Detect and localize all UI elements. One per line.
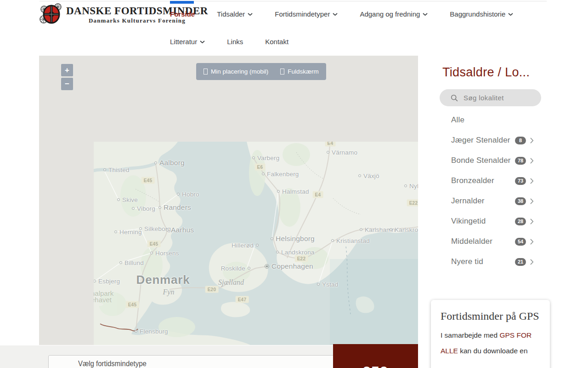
count-box: 259 <box>333 344 418 368</box>
city-name: Helsingborg <box>276 235 315 243</box>
map-label-kristianstad: Kristianstad <box>331 236 370 245</box>
page: DANSKE FORTIDSMINDER Danmarks Kulturarvs… <box>0 0 588 368</box>
city-marker <box>158 206 161 209</box>
nav-item-label: Forside <box>170 10 195 18</box>
city-name: Landskrona <box>281 249 315 256</box>
nav-item-label: Fortidsmindetyper <box>275 10 330 18</box>
city-marker <box>265 264 269 269</box>
city-marker <box>277 190 280 193</box>
city-name: Randers <box>164 203 191 212</box>
era-item-label: Bronzealder <box>451 176 515 185</box>
chevron-right-icon[interactable] <box>530 218 534 224</box>
city-marker <box>327 151 329 154</box>
city-marker <box>358 174 361 177</box>
city-name: Falkenberg <box>267 171 299 178</box>
sidebar-title: Tidsaldre / Lo... <box>442 65 530 80</box>
chevron-down-icon <box>333 13 338 16</box>
map-label-aarhus: Aarhus <box>166 225 194 235</box>
city-name: Herning <box>119 229 142 236</box>
map-label-hobro: Hobro <box>177 190 199 199</box>
fullscreen-label: Fuldskærm <box>288 68 319 75</box>
era-item-alle[interactable]: Alle <box>451 110 534 130</box>
map-label-billund: Billund <box>119 258 144 267</box>
map-label-hiller-d: Hillerød <box>232 241 259 250</box>
city-name: Copenhagen <box>271 262 313 270</box>
city-marker <box>252 156 255 159</box>
locality-search[interactable] <box>440 89 541 106</box>
map-label-karlskrona: Karlskrona <box>390 225 418 234</box>
map-label-falkenberg: Falkenberg <box>262 169 299 178</box>
city-name: Hobro <box>182 191 199 198</box>
gps-card-title: Fortidsminder på GPS <box>441 309 540 323</box>
road-badge-e45: E45 <box>147 241 161 247</box>
era-item-nyere-tid[interactable]: Nyere tid21 <box>451 252 534 272</box>
era-count-badge: 54 <box>515 238 526 246</box>
fullscreen-button[interactable]: Fuldskærm <box>280 68 319 75</box>
era-item-label: Vikingetid <box>451 217 515 226</box>
city-marker <box>248 267 250 270</box>
chevron-right-icon[interactable] <box>530 158 534 164</box>
era-item-jernalder[interactable]: Jernalder38 <box>451 191 534 211</box>
map-zoom-out-button[interactable]: − <box>61 78 73 90</box>
era-count-badge: 21 <box>515 258 526 266</box>
chevron-down-icon <box>200 40 205 44</box>
era-item-bronzealder[interactable]: Bronzealder73 <box>451 171 534 191</box>
nav-item-adgang-og-fredning[interactable]: Adgang og fredning <box>360 10 428 18</box>
map-label-v-rnamo: Värnamo <box>327 148 357 157</box>
city-marker <box>114 230 117 233</box>
road-badge-e22: E22 <box>295 255 308 262</box>
era-item-bonde-stenalder[interactable]: Bonde Stenalder78 <box>451 150 534 171</box>
city-marker <box>132 207 135 210</box>
missing-glyph-icon <box>280 69 284 75</box>
city-marker <box>256 244 259 247</box>
nav-item-label: Tidsalder <box>217 10 245 18</box>
city-name: Aalborg <box>159 159 185 167</box>
chevron-right-icon[interactable] <box>530 138 534 144</box>
era-item-label: Jæger Stenalder <box>451 136 515 145</box>
nav-item-fortidsmindetyper[interactable]: Fortidsmindetyper <box>275 10 338 18</box>
chevron-right-icon[interactable] <box>530 239 534 245</box>
road-badge-e20: E20 <box>205 286 219 293</box>
my-location-label: Min placering (mobil) <box>211 68 268 75</box>
era-item-middelalder[interactable]: Middelalder54 <box>451 231 534 252</box>
chevron-right-icon[interactable] <box>530 198 534 204</box>
logo-wheel-icon <box>40 3 63 27</box>
map-label-ehavet: ehavet <box>91 296 112 304</box>
era-item-label: Nyere tid <box>451 257 515 266</box>
city-marker <box>331 239 334 242</box>
nav-item-links[interactable]: Links <box>227 38 243 46</box>
search-input[interactable] <box>463 93 533 102</box>
gps-text-before: I samarbejde med <box>441 331 498 339</box>
city-name: Hillerød <box>232 242 254 249</box>
city-name: Varberg <box>257 155 279 161</box>
era-item-vikingetid[interactable]: Vikingetid28 <box>451 211 534 231</box>
road-badge-e6: E6 <box>255 164 266 171</box>
nav-item-label: Baggrundshistorie <box>450 10 505 18</box>
era-item-j-ger-stenalder[interactable]: Jæger Stenalder8 <box>451 130 534 150</box>
era-count-badge: 38 <box>515 197 526 205</box>
chevron-right-icon[interactable] <box>530 178 534 184</box>
map-container[interactable]: ThistedAalborgHobroSkiveViborgRandersHer… <box>39 56 418 345</box>
main-nav-row2: LitteraturLinksKontakt <box>170 28 288 55</box>
nav-item-forside[interactable]: Forside <box>170 10 195 18</box>
map-label-v-xj: Växjö <box>358 171 379 180</box>
nav-item-kontakt[interactable]: Kontakt <box>265 38 288 46</box>
nav-item-baggrundshistorie[interactable]: Baggrundshistorie <box>450 10 513 18</box>
city-name: Esbjerg <box>98 278 120 285</box>
map-zoom-in-button[interactable]: + <box>61 64 73 76</box>
map-label-flensburg: Flensburg <box>135 327 168 336</box>
era-count-badge: 73 <box>515 177 526 185</box>
city-marker <box>154 161 157 164</box>
era-item-label: Jernalder <box>451 196 515 206</box>
city-marker <box>404 184 407 187</box>
nav-item-tidsalder[interactable]: Tidsalder <box>217 10 253 18</box>
chevron-right-icon[interactable] <box>530 259 534 265</box>
nav-item-litteratur[interactable]: Litteratur <box>170 38 205 46</box>
map-label-viborg: Viborg <box>132 204 155 213</box>
era-item-label: Bonde Stenalder <box>451 156 515 165</box>
era-count-badge: 28 <box>515 218 526 225</box>
city-marker <box>177 193 180 196</box>
city-marker <box>117 198 120 201</box>
gps-card: Fortidsminder på GPS I samarbejde med GP… <box>431 300 550 368</box>
my-location-button[interactable]: Min placering (mobil) <box>204 68 268 75</box>
